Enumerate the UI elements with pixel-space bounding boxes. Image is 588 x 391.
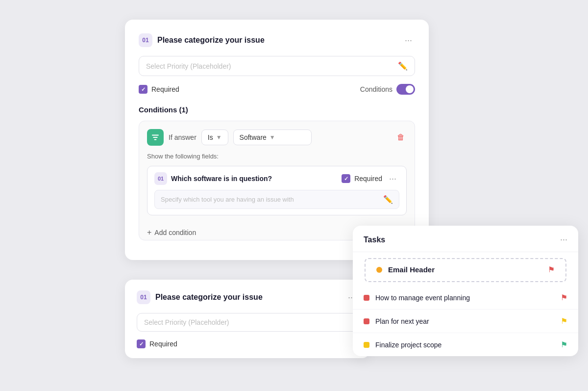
sub-field-right: Required ··· (342, 173, 399, 185)
is-dropdown-label: Is (208, 133, 213, 141)
sub-field-title: Which software is in question? (171, 175, 272, 182)
card2-required-row: Required (137, 339, 358, 348)
required-conditions-row: Required Conditions (139, 84, 415, 95)
sub-step-badge: 01 (154, 172, 167, 185)
required-left: Required (139, 85, 179, 94)
priority-placeholder: Select Priority (Placeholder) (146, 62, 398, 70)
email-header-label: Email Header (388, 265, 435, 274)
plus-icon: + (147, 228, 151, 237)
card2-placeholder: Select Priority (Placeholder) (144, 318, 351, 326)
task-flag-1: ⚑ (561, 316, 567, 326)
card2-required-label: Required (149, 340, 177, 348)
task-label-1: Plan for next year (375, 317, 429, 325)
sub-input-placeholder: Specify which tool you are having an iss… (161, 196, 383, 203)
task-label-0: How to manage event planning (375, 294, 470, 302)
card2-required-checkbox[interactable] (137, 339, 146, 348)
task-item-1[interactable]: Plan for next year ⚑ (353, 310, 578, 333)
card2-title: Please categorize your issue (155, 293, 263, 302)
required-label: Required (151, 85, 179, 93)
is-dropdown[interactable]: Is ▼ (201, 130, 228, 145)
sub-field-header: 01 Which software is in question? Requir… (154, 172, 399, 185)
tasks-panel: Tasks ··· Email Header ⚑ How to manage e… (353, 226, 578, 356)
email-left: Email Header (376, 265, 435, 274)
software-dropdown-label: Software (240, 133, 267, 141)
email-header-item[interactable]: Email Header ⚑ (365, 258, 566, 282)
task-flag-2: ⚑ (561, 340, 567, 349)
software-dropdown-arrow: ▼ (270, 134, 275, 141)
email-header-container: Email Header ⚑ (353, 252, 578, 282)
edit-icon: ✏️ (398, 61, 408, 71)
email-dot (376, 267, 382, 273)
sub-field: 01 Which software is in question? Requir… (147, 166, 407, 215)
conditions-right: Conditions (360, 84, 415, 95)
required-checkbox[interactable] (139, 85, 147, 94)
software-dropdown[interactable]: Software ▼ (233, 130, 312, 145)
tasks-header: Tasks ··· (353, 226, 578, 252)
step-badge: 01 (139, 33, 152, 47)
card2-header: 01 Please categorize your issue ··· (137, 290, 358, 304)
task-flag-0: ⚑ (561, 293, 567, 302)
condition-box: If answer Is ▼ Software ▼ 🗑 Show the fol… (139, 121, 415, 240)
is-dropdown-arrow: ▼ (216, 134, 222, 141)
form-card-main: 01 Please categorize your issue ··· Sele… (125, 20, 429, 260)
sub-input-row[interactable]: Specify which tool you are having an iss… (154, 190, 399, 209)
filter-icon (151, 133, 160, 142)
show-fields-label: Show the following fields: (147, 153, 407, 160)
email-flag-icon: ⚑ (548, 265, 555, 274)
task-dot-0 (364, 295, 369, 301)
card2-step-badge: 01 (137, 290, 150, 304)
add-condition-label: Add condition (154, 229, 196, 236)
task-left-1: Plan for next year (364, 317, 429, 325)
sub-edit-icon: ✏️ (383, 195, 393, 204)
condition-row: If answer Is ▼ Software ▼ 🗑 (147, 129, 407, 146)
task-dot-1 (364, 318, 369, 324)
conditions-toggle[interactable] (396, 84, 415, 95)
card-header: 01 Please categorize your issue ··· (139, 33, 415, 47)
card-title: Please categorize your issue (157, 36, 265, 45)
task-left-2: Finalize project scope (364, 341, 441, 349)
task-item-2[interactable]: Finalize project scope ⚑ (353, 333, 578, 356)
sub-required-label: Required (354, 175, 382, 182)
if-answer-label: If answer (169, 133, 196, 141)
task-label-2: Finalize project scope (375, 341, 441, 349)
conditions-text: Conditions (360, 85, 392, 93)
sub-field-left: 01 Which software is in question? (154, 172, 272, 185)
card2-priority-input[interactable]: Select Priority (Placeholder) (137, 313, 358, 332)
sub-required-checkbox[interactable] (342, 174, 350, 183)
conditions-section-title: Conditions (1) (139, 105, 415, 114)
task-left-0: How to manage event planning (364, 294, 470, 302)
form-card-2: 01 Please categorize your issue ··· Sele… (125, 280, 370, 358)
sub-more-button[interactable]: ··· (386, 173, 399, 185)
tasks-more-button[interactable]: ··· (560, 235, 567, 245)
priority-input-row[interactable]: Select Priority (Placeholder) ✏️ (139, 56, 415, 76)
delete-condition-button[interactable]: 🗑 (395, 131, 407, 144)
filter-icon-box (147, 129, 164, 146)
more-options-button[interactable]: ··· (402, 34, 415, 47)
tasks-title: Tasks (364, 235, 385, 244)
task-item-0[interactable]: How to manage event planning ⚑ (353, 286, 578, 310)
task-dot-2 (364, 342, 369, 348)
